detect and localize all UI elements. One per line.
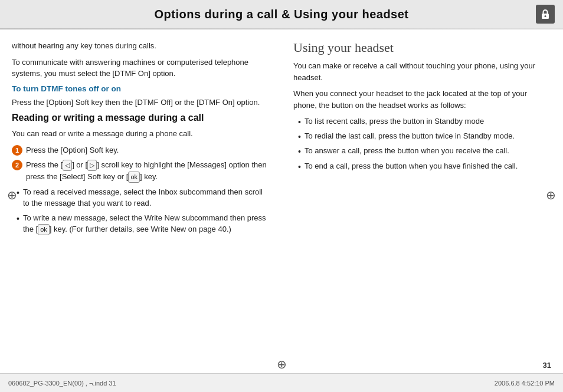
scroll-left-key: ◁ — [63, 160, 72, 171]
main-content: without hearing any key tones during cal… — [0, 29, 563, 374]
headset-bullet1: • To list recent calls, press the button… — [293, 116, 551, 127]
page-title: Options during a call & Using your heads… — [154, 8, 408, 21]
left-column: without hearing any key tones during cal… — [12, 40, 276, 368]
headset-heading: Using your headset — [293, 40, 551, 55]
step2-number: 2 — [12, 160, 22, 170]
headset-bullet1-dot: • — [298, 117, 301, 127]
crosshair-bottom-icon: ⊕ — [277, 357, 287, 371]
step1-number: 1 — [12, 145, 22, 156]
headset-bullet3-dot: • — [298, 146, 301, 157]
headset-para1: You can make or receive a call without t… — [293, 60, 551, 83]
headset-bullet2-text: To redial the last call, press the butto… — [305, 130, 551, 142]
headset-bullet4: • To end a call, press the button when y… — [293, 160, 551, 172]
crosshair-right-icon: ⊕ — [546, 188, 556, 202]
footer-bar: 060602_PG-3300_EN(00) , ¬.indd 31 2006.6… — [0, 373, 563, 392]
header-bar: Options during a call & Using your heads… — [0, 0, 563, 28]
step1-text: Press the [Option] Soft key. — [26, 144, 270, 156]
footer-left-text: 060602_PG-3300_EN(00) , ¬.indd 31 — [8, 380, 116, 387]
ok-key: ok — [128, 172, 140, 183]
headset-bullet3-text: To answer a call, press the button when … — [305, 145, 551, 157]
footer-right-text: 2006.6.8 4:52:10 PM — [495, 380, 555, 387]
intro-para2: To communicate with answering machines o… — [12, 57, 270, 80]
dtmf-para: Press the [Option] Soft key then the [DT… — [12, 97, 270, 108]
crosshair-left-icon: ⊕ — [7, 188, 17, 202]
headset-bullet2-dot: • — [298, 131, 301, 142]
dtmf-heading: To turn DTMF tones off or on — [12, 84, 270, 93]
reading-heading: Reading or writing a message during a ca… — [12, 113, 270, 123]
scroll-right-key: ▷ — [87, 160, 97, 171]
step2-text: Press the [◁] or [▷] scroll key to highl… — [26, 159, 270, 183]
page-number: 31 — [543, 361, 551, 370]
svg-point-1 — [545, 15, 546, 17]
reading-para: You can read or write a message during a… — [12, 128, 270, 140]
headset-bullet3: • To answer a call, press the button whe… — [293, 145, 551, 157]
bullet2-dot: • — [17, 213, 19, 224]
bullet1-row: • To read a received message, select the… — [12, 186, 270, 209]
bullet2-text: To write a new message, select the Write… — [23, 212, 270, 235]
headset-bullet1-text: To list recent calls, press the button i… — [305, 116, 551, 127]
right-column: Using your headset You can make or recei… — [287, 40, 551, 368]
step1-row: 1 Press the [Option] Soft key. — [12, 144, 270, 156]
bullet1-text: To read a received message, select the I… — [23, 186, 270, 209]
intro-para1: without hearing any key tones during cal… — [12, 40, 270, 52]
headset-bullet4-dot: • — [298, 162, 301, 172]
headset-bullet4-text: To end a call, press the button when you… — [305, 160, 551, 172]
ok-key2: ok — [38, 224, 50, 235]
headset-para2: When you connect your headset to the jac… — [293, 88, 551, 111]
headset-bullet2: • To redial the last call, press the but… — [293, 130, 551, 142]
lock-icon — [536, 5, 555, 24]
bullet2-row: • To write a new message, select the Wri… — [12, 212, 270, 235]
step2-row: 2 Press the [◁] or [▷] scroll key to hig… — [12, 159, 270, 183]
